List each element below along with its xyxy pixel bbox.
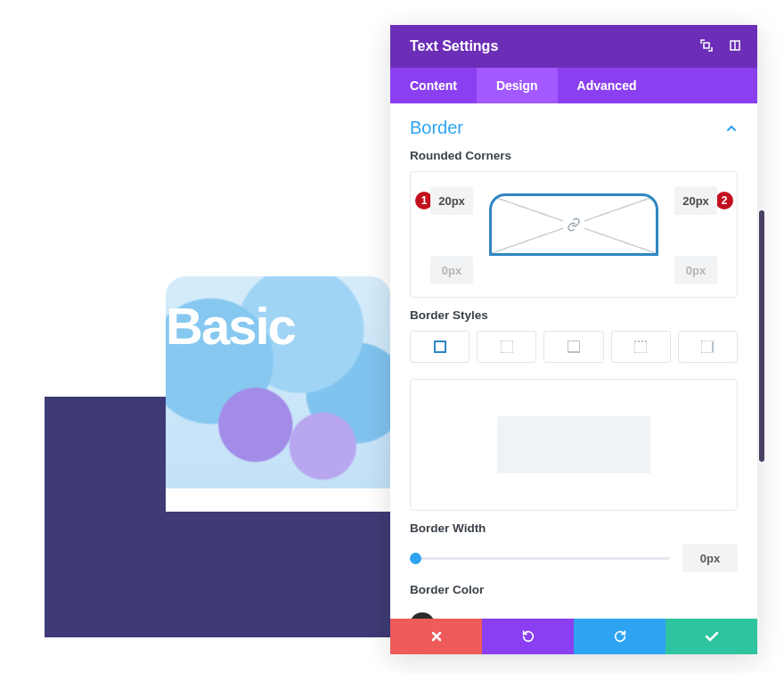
corner-bottom-right-input[interactable]: 0px (674, 256, 717, 284)
border-style-left[interactable] (678, 331, 738, 363)
border-style-right[interactable] (543, 331, 603, 363)
border-style-bottom[interactable] (611, 331, 671, 363)
border-width-label: Border Width (410, 521, 738, 535)
corner-bottom-left-input[interactable]: 0px (430, 256, 473, 284)
link-icon[interactable] (563, 214, 584, 235)
save-button[interactable] (666, 619, 757, 654)
border-styles-label: Border Styles (410, 308, 738, 322)
corner-preview (489, 193, 658, 256)
undo-button[interactable] (482, 619, 574, 654)
settings-panel: Text Settings Content Design Advanced Bo… (390, 25, 757, 654)
rounded-corners-label: Rounded Corners (410, 149, 738, 162)
chevron-up-icon[interactable] (725, 122, 738, 135)
rounded-corners-control: 1 2 20px 20px 0px 0px (410, 171, 738, 298)
border-styles-row (410, 331, 738, 363)
close-button[interactable] (390, 619, 482, 654)
border-width-slider[interactable] (410, 551, 670, 565)
redo-button[interactable] (574, 619, 666, 654)
svg-rect-0 (704, 43, 709, 48)
tab-advanced[interactable]: Advanced (558, 68, 657, 103)
tabs: Content Design Advanced (390, 68, 757, 103)
tab-design[interactable]: Design (477, 68, 558, 103)
panel-title: Text Settings (410, 38, 498, 54)
border-style-top[interactable] (477, 331, 536, 363)
border-width-value[interactable]: 0px (682, 544, 738, 572)
annotation-badge-2: 2 (715, 192, 733, 209)
section-body: Border Rounded Corners 1 2 20px 20px 0px… (390, 103, 757, 654)
border-width-row: 0px (410, 544, 738, 572)
corner-top-left-input[interactable]: 20px (430, 186, 473, 215)
preview-card: Basic (166, 276, 390, 512)
border-style-all[interactable] (410, 331, 470, 363)
expand-icon[interactable] (700, 39, 713, 54)
section-title[interactable]: Border (410, 118, 463, 138)
tab-content[interactable]: Content (390, 68, 477, 103)
menu-icon[interactable] (729, 39, 741, 54)
preview-title: Basic (166, 296, 295, 356)
corner-top-right-input[interactable]: 20px (674, 186, 717, 215)
border-color-label: Border Color (410, 583, 738, 596)
action-bar (390, 619, 757, 654)
scrollbar[interactable] (759, 210, 764, 462)
border-preview-inner (497, 416, 650, 473)
panel-header: Text Settings (390, 25, 757, 68)
border-preview-box (410, 379, 738, 511)
